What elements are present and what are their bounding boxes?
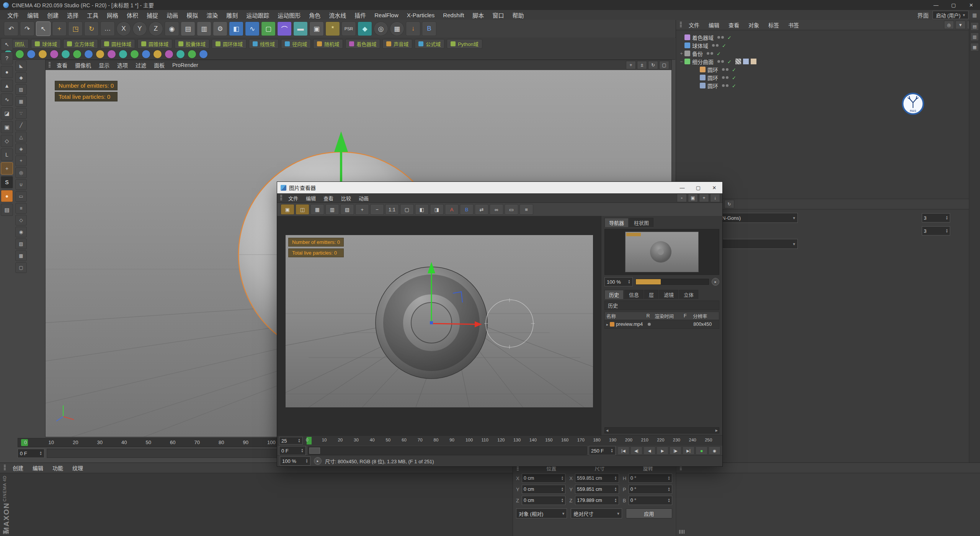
field-chip[interactable]: 声音域 — [382, 39, 412, 49]
zoom-level-field[interactable]: 100 % — [604, 277, 633, 286]
menu-item[interactable]: 模拟 — [182, 11, 202, 19]
viewport-menu-item[interactable]: 摄像机 — [71, 61, 95, 69]
maximize-button[interactable]: ▢ — [945, 0, 962, 10]
menu-item[interactable]: 创建 — [43, 11, 63, 19]
save-image-icon[interactable]: ◫ — [296, 204, 309, 215]
pv-zoom-field[interactable]: 100 % — [280, 456, 310, 466]
enabled-check-icon[interactable] — [717, 51, 721, 57]
goto-start-button[interactable]: |◀ — [617, 446, 629, 455]
pv-menu-item[interactable]: 动画 — [355, 194, 372, 202]
primitive-cube-icon[interactable]: ◧ — [229, 21, 243, 36]
strip-tab-icon-3[interactable]: ▦ — [970, 43, 979, 51]
materials-menu-item[interactable]: 纹理 — [68, 464, 88, 472]
expand-icon[interactable]: + — [678, 51, 684, 56]
daemon-icon[interactable] — [107, 50, 116, 59]
coord-system-icon[interactable]: ◉ — [165, 21, 179, 36]
field-chip[interactable]: 公式域 — [415, 39, 444, 49]
history-row[interactable]: preview.mp4 800x450 — [604, 320, 719, 329]
pv-menu-item[interactable]: 查看 — [320, 194, 337, 202]
sphere-brush-icon[interactable]: ● — [1, 190, 13, 202]
pv-start-frame-field[interactable]: 0 F — [279, 446, 306, 455]
play-button[interactable]: ▶ — [657, 446, 668, 455]
light-icon[interactable]: * — [325, 21, 340, 36]
fps-field[interactable]: 25 — [279, 437, 303, 444]
qr-icon[interactable]: ▦ — [390, 21, 404, 36]
daemon-icon[interactable] — [96, 50, 105, 59]
field-chip[interactable]: 着色器域 — [345, 39, 380, 49]
object-manager-menu-item[interactable]: 编辑 — [704, 21, 724, 29]
fullscreen-icon[interactable]: ▭ — [505, 204, 518, 215]
rotation-p-field[interactable]: 0 ° — [629, 485, 672, 494]
stepper-icon[interactable] — [305, 459, 308, 463]
pv-minimize-button[interactable]: — — [674, 182, 690, 193]
size-y-field[interactable]: 559.851 cm — [575, 485, 619, 494]
menu-item[interactable]: 窗口 — [488, 11, 508, 19]
panel-resize-grip[interactable] — [679, 530, 684, 534]
object-row[interactable]: 球体域 — [678, 41, 978, 49]
polygons-mode-icon[interactable]: △ — [15, 132, 27, 142]
info-tab[interactable]: 信息 — [624, 290, 644, 299]
stepper-icon[interactable] — [668, 487, 670, 492]
link-ab-icon[interactable]: ∞ — [490, 204, 503, 215]
field-chip[interactable]: 胶囊体域 — [175, 39, 209, 49]
field-chip[interactable]: Python域 — [447, 39, 482, 49]
stepper-icon[interactable] — [561, 487, 564, 492]
zoom-in-icon[interactable]: + — [355, 204, 369, 215]
grid-snap-icon[interactable]: ▢ — [15, 262, 27, 273]
pv-ruler-strip[interactable]: 0102030405060708090100110120130140150160… — [305, 436, 722, 446]
object-row[interactable]: 圆环 — [678, 74, 978, 82]
prev-key-button[interactable]: ◀| — [630, 446, 642, 455]
stepper-icon[interactable] — [614, 476, 617, 480]
sidebar-scrollbar[interactable]: ◀ ▶ — [604, 427, 719, 433]
stepper-icon[interactable] — [39, 451, 42, 456]
pv-end-frame-field[interactable]: 250 F — [589, 446, 616, 455]
menu-item[interactable]: X-Particles — [403, 12, 439, 18]
vp-maximize-icon[interactable]: ▢ — [659, 61, 669, 69]
history-column-header[interactable]: 渲染时间 — [653, 312, 682, 320]
y-axis-icon[interactable]: Y — [132, 21, 147, 36]
pv-play-small-button[interactable]: ▸ — [314, 457, 322, 465]
object-label[interactable]: 着色器域 — [692, 34, 714, 41]
viewport-menu-item[interactable]: 查看 — [53, 61, 71, 69]
info-tab[interactable]: 层 — [644, 290, 658, 299]
camera-icon[interactable]: ▣ — [309, 21, 324, 36]
menu-item[interactable]: 网格 — [103, 11, 122, 19]
window-titlebar[interactable]: CINEMA 4D R20.059 Studio (RC - R20) - [未… — [0, 0, 980, 10]
rotate-tool-icon[interactable]: ↻ — [84, 21, 99, 36]
xparticles-icon[interactable]: ◎ — [374, 21, 388, 36]
close-button[interactable]: ✕ — [962, 0, 980, 10]
object-manager-menu-item[interactable]: 书签 — [784, 21, 804, 29]
object-label[interactable]: 球体域 — [692, 42, 708, 49]
panel-grip-icon[interactable] — [4, 465, 6, 471]
locked-icon[interactable]: ▩ — [15, 250, 27, 261]
zoom-100-icon[interactable]: 1:1 — [385, 204, 399, 215]
materials-menu-item[interactable]: 创建 — [8, 464, 28, 472]
daemon-icon[interactable] — [199, 50, 208, 59]
fit-view-icon[interactable]: ▢ — [400, 204, 414, 215]
field-chip[interactable]: 圆锥体域 — [137, 39, 172, 49]
strip-tab-icon-1[interactable]: ▤ — [970, 22, 979, 31]
history-column-header[interactable]: F — [682, 313, 691, 319]
stamp-tool-icon[interactable]: ▣ — [1, 121, 13, 133]
pv-pane-icon[interactable]: ▫ — [677, 194, 687, 202]
stepper-icon[interactable] — [668, 498, 670, 503]
axis-mode-icon[interactable]: + — [15, 155, 27, 166]
hand-tool-icon[interactable]: + — [1, 162, 13, 175]
menu-item[interactable]: 编辑 — [23, 11, 43, 19]
loop-button[interactable]: ◉ — [709, 446, 720, 455]
pointer-icon[interactable]: ↖ — [1, 38, 13, 51]
render-settings-icon[interactable]: ⚙ — [213, 21, 227, 36]
next-frame-button[interactable]: |▶ — [670, 446, 681, 455]
navigator-tab[interactable]: 导航器 — [604, 218, 629, 227]
menu-item[interactable]: 帮助 — [508, 11, 528, 19]
zoom-out-icon[interactable]: − — [370, 204, 384, 215]
viewport-menu-item[interactable]: 显示 — [95, 61, 113, 69]
floor-icon[interactable]: ▬ — [293, 21, 308, 36]
daemon-icon[interactable] — [153, 50, 162, 59]
filter-icon[interactable]: ≡ — [519, 204, 533, 215]
enabled-check-icon[interactable] — [727, 59, 732, 65]
workplane-lock-icon[interactable]: ▭ — [15, 191, 27, 202]
modeling-settings-icon[interactable]: ◇ — [15, 215, 27, 226]
om-search-icon[interactable]: ◎ — [944, 21, 954, 29]
history-column-header[interactable]: R — [643, 313, 653, 319]
